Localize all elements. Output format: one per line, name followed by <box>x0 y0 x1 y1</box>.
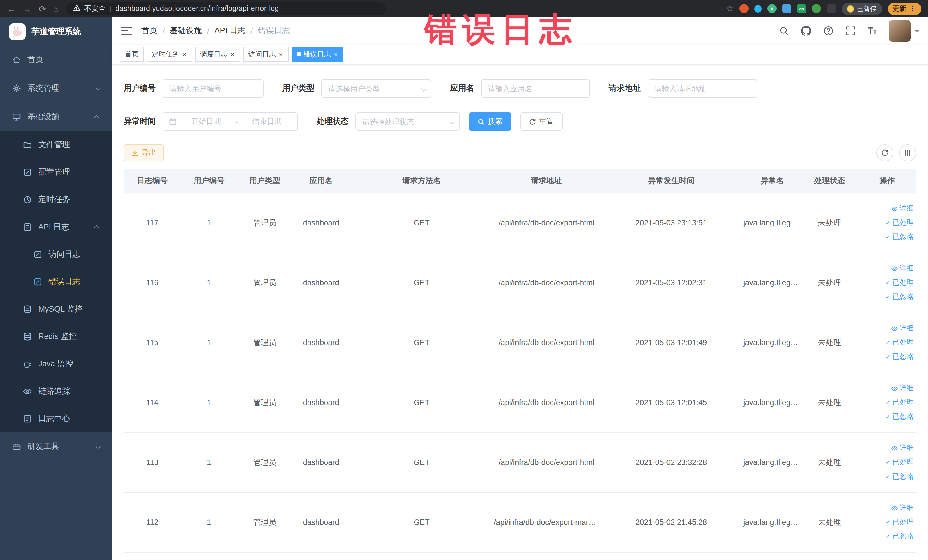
app-title: 芋道管理系统 <box>31 26 81 37</box>
date-range-picker[interactable]: 开始日期 - 结束日期 <box>163 112 298 131</box>
request-url-label: 请求地址 <box>609 83 641 93</box>
mark-ignored-link[interactable]: ✓ 已忽略 <box>858 290 914 304</box>
help-icon[interactable] <box>823 26 833 36</box>
font-size-icon[interactable]: TT <box>867 26 877 36</box>
detail-link[interactable]: 详细 <box>858 201 914 216</box>
github-icon[interactable] <box>801 26 811 36</box>
sidebar-item[interactable]: 日志中心 <box>0 405 112 432</box>
cell-user-id: 1 <box>181 253 237 313</box>
url-text: dashboard.yudao.iocoder.cn/infra/log/api… <box>116 5 279 12</box>
process-status-select[interactable] <box>356 112 460 131</box>
fullscreen-icon[interactable] <box>845 26 856 36</box>
breadcrumb-link[interactable]: 基础设施 <box>170 26 202 36</box>
address-bar[interactable]: 不安全 | dashboard.yudao.iocoder.cn/infra/l… <box>66 2 385 15</box>
close-icon[interactable]: × <box>333 50 339 58</box>
sidebar-item[interactable]: API 日志 <box>0 214 112 241</box>
bookmark-star-icon[interactable]: ☆ <box>726 3 734 14</box>
sidebar-item[interactable]: 研发工具 <box>0 432 112 461</box>
tab[interactable]: 定时任务 × <box>147 47 192 62</box>
forward-icon[interactable]: → <box>23 4 31 13</box>
sidebar-item[interactable]: 文件管理 <box>0 131 112 159</box>
tab[interactable]: 调度日志 × <box>195 47 240 62</box>
mark-ignored-link[interactable]: ✓ 已忽略 <box>858 529 914 544</box>
search-icon[interactable] <box>778 26 789 36</box>
check-icon: ✓ <box>885 455 891 470</box>
mark-processed-link[interactable]: ✓ 已处理 <box>858 395 914 410</box>
user-type-select[interactable] <box>321 79 431 98</box>
tab[interactable]: 首页 <box>120 47 144 62</box>
extension-icon[interactable] <box>812 4 821 13</box>
mark-processed-link[interactable]: ✓ 已处理 <box>858 455 914 470</box>
extension-icon[interactable]: on <box>797 4 806 13</box>
sidebar-item[interactable]: 配置管理 <box>0 159 112 186</box>
sidebar-item[interactable]: Redis 监控 <box>0 323 112 350</box>
detail-link[interactable]: 详细 <box>858 441 914 455</box>
app-name-label: 应用名 <box>450 83 474 93</box>
sidebar-item[interactable]: MySQL 监控 <box>0 296 112 323</box>
export-button[interactable]: 导出 <box>124 144 164 162</box>
sidebar-item[interactable]: 错误日志 <box>0 268 112 296</box>
close-icon[interactable]: × <box>182 50 187 58</box>
detail-link[interactable]: 详细 <box>858 261 914 276</box>
mark-processed-link[interactable]: ✓ 已处理 <box>858 216 914 230</box>
detail-link[interactable]: 详细 <box>858 501 914 515</box>
tab-label: 错误日志 <box>304 49 331 59</box>
update-button[interactable]: 更新 ⋮ <box>887 3 921 15</box>
sidebar-item[interactable]: 链路追踪 <box>0 378 112 405</box>
cell-app-name: dashboard <box>292 372 350 432</box>
extension-icon[interactable] <box>739 4 749 13</box>
request-url-input[interactable] <box>647 79 757 98</box>
search-button[interactable]: 搜索 <box>469 112 511 131</box>
refresh-table-button[interactable] <box>876 144 893 162</box>
refresh-icon <box>529 118 536 125</box>
back-icon[interactable]: ← <box>7 4 15 13</box>
extension-icon[interactable] <box>827 4 836 13</box>
reset-button[interactable]: 重置 <box>520 112 563 131</box>
sidebar-toggle-icon[interactable] <box>121 26 132 35</box>
reload-icon[interactable]: ⟳ <box>39 4 46 13</box>
check-icon: ✓ <box>885 515 891 529</box>
mark-processed-link[interactable]: ✓ 已处理 <box>858 336 914 350</box>
sidebar-item[interactable]: 首页 <box>0 46 112 74</box>
close-icon[interactable]: × <box>230 50 235 58</box>
eye-icon <box>891 205 898 212</box>
mark-ignored-link[interactable]: ✓ 已忽略 <box>858 470 914 484</box>
update-button-label: 更新 <box>893 4 906 14</box>
mark-ignored-link[interactable]: ✓ 已忽略 <box>858 230 914 244</box>
detail-link[interactable]: 详细 <box>858 381 914 395</box>
sidebar-item[interactable]: Java 监控 <box>0 350 112 378</box>
kebab-menu-icon[interactable]: ⋮ <box>909 5 916 12</box>
sidebar-item[interactable]: 基础设施 <box>0 103 112 131</box>
cell-time: 2021-05-03 12:01:45 <box>599 372 743 432</box>
sidebar-item[interactable]: 定时任务 <box>0 186 112 214</box>
sidebar-item[interactable]: 访问日志 <box>0 241 112 268</box>
browser-home-icon[interactable]: ⌂ <box>53 4 58 13</box>
vue-devtools-icon[interactable]: V <box>768 4 777 13</box>
mark-processed-link[interactable]: ✓ 已处理 <box>858 515 914 529</box>
sidebar-item[interactable]: 系统管理 <box>0 74 112 103</box>
mark-ignored-link[interactable]: ✓ 已忽略 <box>858 410 914 424</box>
app-name-input[interactable] <box>481 79 590 98</box>
extension-icon[interactable] <box>754 5 762 12</box>
cell-exception: java.lang.IllegalArgumentException <box>743 313 801 372</box>
paused-badge[interactable]: 已暂停 <box>841 3 882 15</box>
mark-ignored-link[interactable]: ✓ 已忽略 <box>858 350 914 364</box>
detail-link[interactable]: 详细 <box>858 321 914 336</box>
cell-url: /api/infra/db-doc/export-html <box>494 253 599 313</box>
tab[interactable]: 访问日志 × <box>243 47 288 62</box>
breadcrumb-link[interactable]: 错误日志 <box>258 26 290 36</box>
cell-app-name: dashboard <box>292 313 350 372</box>
user-id-input[interactable] <box>163 79 264 98</box>
tab[interactable]: 错误日志 × <box>292 47 344 62</box>
breadcrumb-link[interactable]: API 日志 <box>215 26 246 36</box>
cell-user-type: 管理员 <box>237 253 292 313</box>
close-icon[interactable]: × <box>278 50 283 58</box>
chevron-icon <box>93 115 99 121</box>
app-logo-row[interactable]: 芋道管理系统 <box>0 17 112 46</box>
extension-icon[interactable] <box>782 4 791 13</box>
breadcrumb-link[interactable]: 首页 <box>142 26 157 36</box>
cell-actions: 详细 ✓ 已处理 ✓ 已忽略 <box>858 193 916 253</box>
mark-processed-link[interactable]: ✓ 已处理 <box>858 276 914 290</box>
user-menu[interactable] <box>888 20 919 42</box>
column-settings-button[interactable] <box>899 144 916 162</box>
